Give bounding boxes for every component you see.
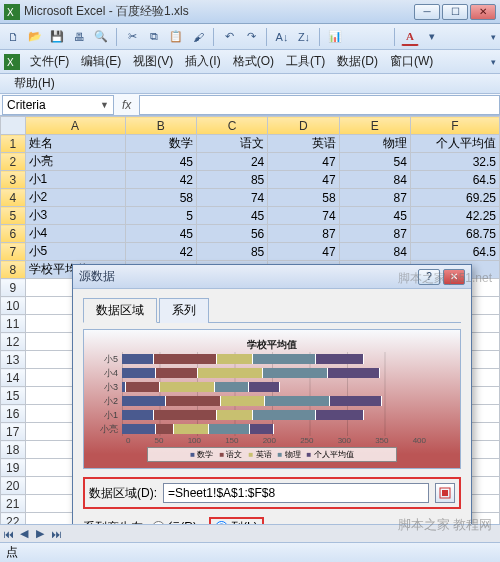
maximize-button[interactable]: ☐ <box>442 4 468 20</box>
menu-insert[interactable]: 插入(I) <box>179 51 226 72</box>
row-header[interactable]: 3 <box>1 171 26 189</box>
cell[interactable]: 74 <box>197 189 268 207</box>
row-header[interactable]: 11 <box>1 315 26 333</box>
tab-nav-last-icon[interactable]: ⏭ <box>48 526 64 542</box>
chart-icon[interactable]: 📊 <box>326 28 344 46</box>
close-button[interactable]: ✕ <box>470 4 496 20</box>
toolbar-overflow-icon[interactable]: ▾ <box>491 32 496 42</box>
menu-overflow-icon[interactable]: ▾ <box>491 57 496 67</box>
sort-desc-icon[interactable]: Z↓ <box>295 28 313 46</box>
col-header-B[interactable]: B <box>125 117 196 135</box>
cell[interactable]: 5 <box>125 207 196 225</box>
name-box[interactable]: Criteria ▼ <box>2 95 114 115</box>
range-collapse-icon[interactable] <box>435 483 455 503</box>
minimize-button[interactable]: ─ <box>414 4 440 20</box>
data-range-input[interactable] <box>163 483 429 503</box>
font-color-icon[interactable]: A <box>401 28 419 46</box>
cell[interactable]: 58 <box>125 189 196 207</box>
tab-nav-prev-icon[interactable]: ◀ <box>16 526 32 542</box>
row-header[interactable]: 17 <box>1 423 26 441</box>
cell[interactable]: 47 <box>268 153 339 171</box>
row-header[interactable]: 9 <box>1 279 26 297</box>
fx-label[interactable]: fx <box>114 98 139 112</box>
cell[interactable]: 87 <box>268 225 339 243</box>
cell[interactable]: 64.5 <box>410 243 499 261</box>
cell[interactable]: 小3 <box>25 207 125 225</box>
paste-icon[interactable]: 📋 <box>167 28 185 46</box>
row-header[interactable]: 12 <box>1 333 26 351</box>
menu-edit[interactable]: 编辑(E) <box>75 51 127 72</box>
cell[interactable]: 47 <box>268 171 339 189</box>
cell[interactable]: 42 <box>125 171 196 189</box>
cell[interactable]: 24 <box>197 153 268 171</box>
cell[interactable]: 42.25 <box>410 207 499 225</box>
cell[interactable]: 个人平均值 <box>410 135 499 153</box>
cell[interactable]: 32.5 <box>410 153 499 171</box>
row-header[interactable]: 18 <box>1 441 26 459</box>
row-header[interactable]: 15 <box>1 387 26 405</box>
select-all-corner[interactable] <box>1 117 26 135</box>
row-header[interactable]: 16 <box>1 405 26 423</box>
cell[interactable]: 87 <box>339 189 410 207</box>
cell[interactable]: 语文 <box>197 135 268 153</box>
cell[interactable]: 45 <box>125 225 196 243</box>
tab-series[interactable]: 系列 <box>159 298 209 323</box>
row-header[interactable]: 14 <box>1 369 26 387</box>
menu-tools[interactable]: 工具(T) <box>280 51 331 72</box>
save-icon[interactable]: 💾 <box>48 28 66 46</box>
menu-window[interactable]: 窗口(W) <box>384 51 439 72</box>
menu-format[interactable]: 格式(O) <box>227 51 280 72</box>
row-header[interactable]: 19 <box>1 459 26 477</box>
cell[interactable]: 84 <box>339 243 410 261</box>
row-header[interactable]: 2 <box>1 153 26 171</box>
name-box-dropdown-icon[interactable]: ▼ <box>100 100 109 110</box>
cell[interactable]: 数学 <box>125 135 196 153</box>
cell[interactable]: 45 <box>339 207 410 225</box>
dialog-title-bar[interactable]: 源数据 ? ✕ <box>73 265 471 289</box>
menu-data[interactable]: 数据(D) <box>331 51 384 72</box>
cell[interactable]: 84 <box>339 171 410 189</box>
row-header[interactable]: 21 <box>1 495 26 513</box>
open-icon[interactable]: 📂 <box>26 28 44 46</box>
redo-icon[interactable]: ↷ <box>242 28 260 46</box>
row-header[interactable]: 20 <box>1 477 26 495</box>
cell[interactable]: 英语 <box>268 135 339 153</box>
tab-nav-first-icon[interactable]: ⏮ <box>0 526 16 542</box>
row-header[interactable]: 8 <box>1 261 26 279</box>
cell[interactable]: 47 <box>268 243 339 261</box>
cell[interactable]: 45 <box>197 207 268 225</box>
cell[interactable]: 74 <box>268 207 339 225</box>
menu-help[interactable]: 帮助(H) <box>8 73 61 94</box>
undo-icon[interactable]: ↶ <box>220 28 238 46</box>
cell[interactable]: 小亮 <box>25 153 125 171</box>
dialog-help-button[interactable]: ? <box>418 269 440 285</box>
cell[interactable]: 小5 <box>25 243 125 261</box>
cell[interactable]: 69.25 <box>410 189 499 207</box>
row-header[interactable]: 7 <box>1 243 26 261</box>
dialog-close-button[interactable]: ✕ <box>443 269 465 285</box>
cell[interactable]: 56 <box>197 225 268 243</box>
dropdown-icon[interactable]: ▾ <box>423 28 441 46</box>
col-header-F[interactable]: F <box>410 117 499 135</box>
copy-icon[interactable]: ⧉ <box>145 28 163 46</box>
row-header[interactable]: 13 <box>1 351 26 369</box>
cell[interactable]: 45 <box>125 153 196 171</box>
cell[interactable]: 87 <box>339 225 410 243</box>
cut-icon[interactable]: ✂ <box>123 28 141 46</box>
col-header-A[interactable]: A <box>25 117 125 135</box>
cell[interactable]: 物理 <box>339 135 410 153</box>
row-header[interactable]: 4 <box>1 189 26 207</box>
preview-icon[interactable]: 🔍 <box>92 28 110 46</box>
cell[interactable]: 68.75 <box>410 225 499 243</box>
row-header[interactable]: 10 <box>1 297 26 315</box>
menu-file[interactable]: 文件(F) <box>24 51 75 72</box>
cell[interactable]: 85 <box>197 171 268 189</box>
row-header[interactable]: 6 <box>1 225 26 243</box>
cell[interactable]: 58 <box>268 189 339 207</box>
sort-asc-icon[interactable]: A↓ <box>273 28 291 46</box>
col-header-E[interactable]: E <box>339 117 410 135</box>
cell[interactable]: 42 <box>125 243 196 261</box>
workbook-icon[interactable]: X <box>4 54 20 70</box>
cell[interactable]: 小2 <box>25 189 125 207</box>
row-header[interactable]: 5 <box>1 207 26 225</box>
